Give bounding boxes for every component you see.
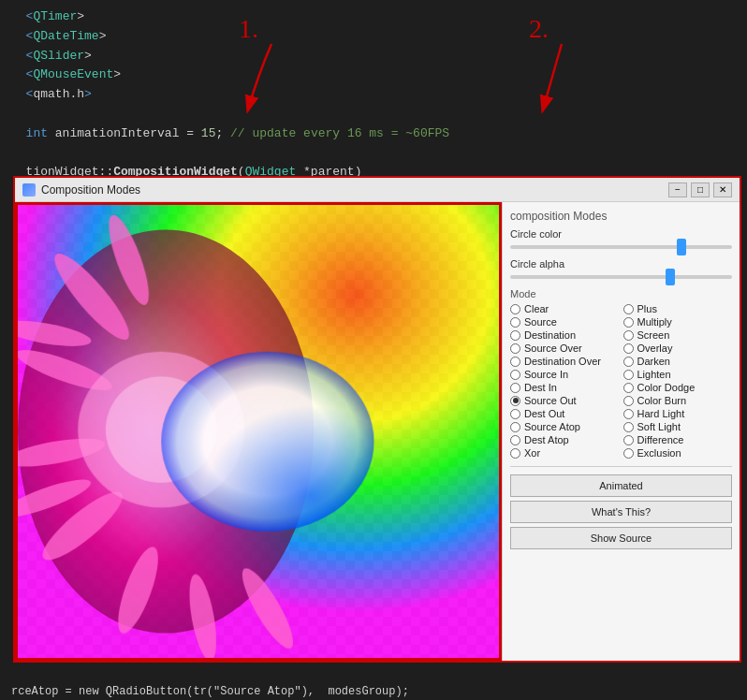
radio-color-burn[interactable]: Color Burn — [623, 395, 733, 406]
section-title: composition Modes — [510, 210, 732, 223]
whats-this-button[interactable]: What's This? — [510, 501, 732, 523]
radio-circle-hard-light[interactable] — [623, 409, 634, 419]
window-title-area: Composition Modes — [22, 183, 140, 197]
radio-circle-soft-light[interactable] — [623, 422, 634, 432]
window-title-text: Composition Modes — [41, 183, 140, 197]
radio-circle-multiply[interactable] — [623, 317, 634, 328]
radio-hard-light[interactable]: Hard Light — [623, 408, 733, 419]
radio-label-source: Source — [524, 316, 557, 328]
radio-xor[interactable]: Xor — [510, 447, 620, 459]
radio-circle-exclusion[interactable] — [623, 448, 634, 459]
radio-label-soft-light: Soft Light — [637, 421, 681, 432]
code-line: <QSlider> — [0, 47, 747, 66]
radio-label-darken: Darken — [637, 356, 670, 367]
radio-circle-xor[interactable] — [510, 448, 520, 459]
svg-point-16 — [161, 352, 374, 532]
radio-lighten[interactable]: Lighten — [623, 369, 733, 380]
composition-canvas — [18, 205, 499, 658]
radio-circle-source-over[interactable] — [510, 343, 520, 354]
radio-destination-over[interactable]: Destination Over — [510, 356, 620, 367]
radio-circle-dest-atop[interactable] — [510, 435, 520, 445]
show-source-button[interactable]: Show Source — [510, 527, 732, 549]
code-line: <QDateTime> — [0, 27, 747, 47]
circle-color-slider-track[interactable] — [510, 245, 732, 249]
close-button[interactable]: ✕ — [713, 182, 732, 197]
radio-label-source-atop: Source Atop — [524, 421, 580, 432]
radio-source-atop[interactable]: Source Atop — [510, 421, 620, 432]
minimize-button[interactable]: − — [668, 182, 687, 197]
radio-circle-dest-in[interactable] — [510, 383, 520, 393]
radio-circle-source-in[interactable] — [510, 370, 520, 380]
code-line — [0, 105, 747, 124]
radio-label-screen: Screen — [637, 329, 670, 341]
radio-source-over[interactable]: Source Over — [510, 343, 620, 354]
radio-source-out[interactable]: Source Out — [510, 395, 620, 406]
maximize-button[interactable]: □ — [691, 182, 710, 197]
radio-circle-lighten[interactable] — [623, 370, 634, 380]
radio-dest-in[interactable]: Dest In — [510, 382, 620, 393]
composition-window: Composition Modes − □ ✕ — [13, 176, 741, 663]
radio-dest-out[interactable]: Dest Out — [510, 408, 620, 419]
radio-source[interactable]: Source — [510, 316, 620, 328]
radio-label-xor: Xor — [524, 447, 540, 459]
radio-label-color-dodge: Color Dodge — [637, 382, 696, 393]
radio-circle-difference[interactable] — [623, 435, 634, 445]
radio-circle-screen[interactable] — [623, 330, 634, 341]
radio-label-lighten: Lighten — [637, 369, 671, 380]
radio-destination[interactable]: Destination — [510, 329, 620, 341]
radio-darken[interactable]: Darken — [623, 356, 733, 367]
code-line: <QTimer> — [0, 7, 747, 27]
radio-soft-light[interactable]: Soft Light — [623, 421, 733, 432]
radio-exclusion[interactable]: Exclusion — [623, 447, 733, 459]
circle-alpha-slider-thumb[interactable] — [666, 269, 675, 285]
radio-label-source-over: Source Over — [524, 343, 582, 354]
radio-source-in[interactable]: Source In — [510, 369, 620, 380]
radio-label-dest-atop: Dest Atop — [524, 434, 569, 445]
canvas-panel — [15, 202, 502, 661]
radio-circle-color-burn[interactable] — [623, 396, 634, 406]
mode-radio-grid: Clear Plus Source Multiply Destination — [510, 303, 732, 459]
radio-label-dest-out: Dest Out — [524, 408, 564, 419]
radio-multiply[interactable]: Multiply — [623, 316, 733, 328]
radio-circle-clear[interactable] — [510, 304, 520, 314]
radio-circle-darken[interactable] — [623, 357, 634, 367]
radio-label-hard-light: Hard Light — [637, 408, 685, 419]
window-controls[interactable]: − □ ✕ — [668, 182, 732, 197]
circle-alpha-slider-track[interactable] — [510, 275, 732, 279]
radio-label-destination: Destination — [524, 329, 576, 341]
radio-circle-color-dodge[interactable] — [623, 383, 634, 393]
radio-screen[interactable]: Screen — [623, 329, 733, 341]
radio-circle-plus[interactable] — [623, 304, 634, 314]
radio-label-clear: Clear — [524, 303, 549, 314]
radio-label-plus: Plus — [637, 303, 657, 314]
radio-circle-destination[interactable] — [510, 330, 520, 341]
radio-label-dest-in: Dest In — [524, 382, 557, 393]
code-line: <qmath.h> — [0, 85, 747, 105]
radio-dest-atop[interactable]: Dest Atop — [510, 434, 620, 445]
radio-circle-source[interactable] — [510, 317, 520, 328]
radio-clear[interactable]: Clear — [510, 303, 620, 314]
radio-difference[interactable]: Difference — [623, 434, 733, 445]
code-line — [0, 144, 747, 164]
window-body: composition Modes Circle color Circle al… — [15, 202, 740, 661]
radio-label-overlay: Overlay — [637, 343, 673, 354]
radio-circle-destination-over[interactable] — [510, 357, 520, 367]
radio-circle-source-out[interactable] — [510, 396, 520, 406]
radio-label-source-in: Source In — [524, 369, 568, 380]
radio-label-multiply: Multiply — [637, 316, 672, 328]
code-line: <QMouseEvent> — [0, 66, 747, 85]
circle-alpha-label: Circle alpha — [510, 258, 732, 270]
circle-color-label: Circle color — [510, 228, 732, 240]
radio-overlay[interactable]: Overlay — [623, 343, 733, 354]
code-line: int animationInterval = 15; // update ev… — [0, 124, 747, 144]
radio-circle-dest-out[interactable] — [510, 409, 520, 419]
radio-plus[interactable]: Plus — [623, 303, 733, 314]
mode-label: Mode — [510, 288, 732, 299]
circle-color-slider-thumb[interactable] — [677, 239, 686, 255]
radio-label-color-burn: Color Burn — [637, 395, 687, 406]
radio-circle-source-atop[interactable] — [510, 422, 520, 432]
separator-1 — [510, 466, 732, 467]
radio-circle-overlay[interactable] — [623, 343, 634, 354]
animated-button[interactable]: Animated — [510, 474, 732, 497]
radio-color-dodge[interactable]: Color Dodge — [623, 382, 733, 393]
